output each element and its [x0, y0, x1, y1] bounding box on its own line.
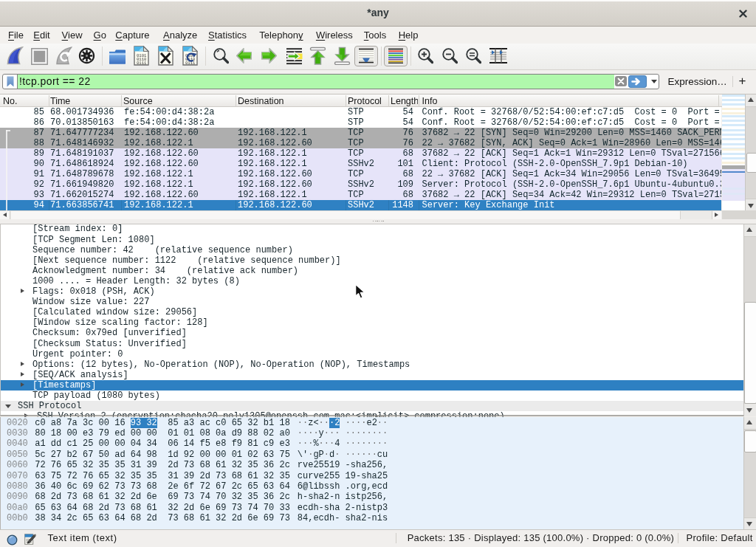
svg-text:0111: 0111	[137, 61, 147, 66]
